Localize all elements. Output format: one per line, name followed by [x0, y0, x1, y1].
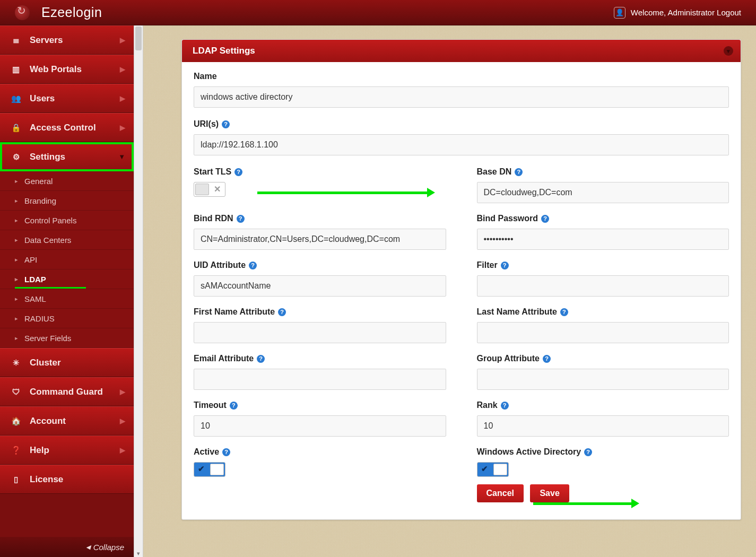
chevron-right-icon: ▶ — [120, 417, 125, 425]
help-icon[interactable]: ? — [515, 168, 523, 176]
nav-license[interactable]: ▯ License — [0, 465, 134, 494]
group-attr-input[interactable] — [477, 369, 729, 390]
label-filter: Filter — [477, 260, 498, 270]
help-icon[interactable]: ? — [541, 215, 549, 223]
panel-title: LDAP Settings — [193, 46, 255, 56]
help-icon[interactable]: ? — [230, 402, 238, 410]
sub-branding[interactable]: Branding — [0, 191, 134, 211]
label-first-name-attr: First Name Attribute — [194, 307, 275, 317]
nav-cluster[interactable]: ✳ Cluster — [0, 348, 134, 377]
save-button[interactable]: Save — [530, 484, 569, 502]
user-icon: 👤 — [614, 7, 625, 19]
label-group-attr: Group Attribute — [477, 354, 540, 363]
help-icon[interactable]: ? — [237, 215, 245, 223]
label-email-attr: Email Attribute — [194, 354, 254, 363]
collapse-icon: ◀ — [86, 544, 90, 551]
sub-label: RADIUS — [24, 314, 55, 323]
chevron-right-icon: ▶ — [120, 36, 125, 44]
sidebar-scrollbar[interactable]: ▴ ▾ — [134, 25, 143, 557]
label-win-ad: Windows Active Directory — [477, 447, 581, 457]
sub-label: LDAP — [24, 275, 46, 284]
panel-collapse-icon[interactable]: ▾ — [724, 46, 733, 56]
nav-label: Account — [30, 416, 66, 427]
help-icon[interactable]: ? — [249, 262, 257, 269]
users-icon: 👥 — [11, 94, 21, 103]
help-icon[interactable]: ? — [222, 120, 230, 128]
sub-control-panels[interactable]: Control Panels — [0, 211, 134, 230]
timeout-input[interactable] — [194, 415, 446, 437]
nav-access-control[interactable]: 🔒 Access Control ▶ — [0, 113, 134, 142]
chevron-right-icon: ▶ — [120, 65, 125, 73]
nav-servers[interactable]: ≣ Servers ▶ — [0, 25, 134, 55]
label-start-tls: Start TLS — [194, 167, 231, 177]
home-icon: 🏠 — [11, 416, 21, 426]
sub-label: General — [24, 177, 53, 186]
app-brand: Ezeelogin — [41, 5, 102, 20]
help-icon[interactable]: ? — [584, 448, 592, 456]
sub-general[interactable]: General — [0, 171, 134, 191]
first-name-attr-input[interactable] — [194, 322, 446, 343]
help-icon[interactable]: ? — [501, 402, 509, 410]
uris-input[interactable] — [194, 134, 729, 155]
nav-label: Servers — [30, 35, 63, 46]
last-name-attr-input[interactable] — [477, 322, 729, 343]
help-icon[interactable]: ? — [257, 355, 265, 363]
nav-label: Access Control — [30, 123, 96, 133]
main-content: LDAP Settings ▾ Name URI(s)? Start TLS? … — [143, 25, 756, 557]
nav-help[interactable]: ❓ Help ▶ — [0, 436, 134, 465]
scrollbar-thumb[interactable] — [135, 27, 142, 50]
sub-data-centers[interactable]: Data Centers — [0, 230, 134, 250]
active-toggle[interactable]: ✔ — [194, 462, 225, 477]
base-dn-input[interactable] — [477, 182, 729, 203]
ldap-settings-panel: LDAP Settings ▾ Name URI(s)? Start TLS? … — [181, 39, 741, 520]
scroll-down-icon: ▾ — [134, 550, 143, 557]
label-last-name-attr: Last Name Attribute — [477, 307, 557, 317]
nav-label: Command Guard — [30, 387, 103, 397]
sub-label: Branding — [24, 196, 56, 205]
label-bind-rdn: Bind RDN — [194, 214, 233, 223]
label-base-dn: Base DN — [477, 167, 512, 177]
name-input[interactable] — [194, 86, 729, 108]
uid-attr-input[interactable] — [194, 275, 446, 297]
label-bind-password: Bind Password — [477, 214, 538, 223]
nav-label: License — [30, 474, 63, 485]
win-ad-toggle[interactable]: ✔ — [477, 462, 509, 477]
welcome-text[interactable]: Welcome, Administrator Logout — [631, 8, 741, 17]
nav-label: Settings — [30, 152, 65, 162]
nav-account[interactable]: 🏠 Account ▶ — [0, 406, 134, 436]
chevron-right-icon: ▶ — [120, 94, 125, 102]
help-icon[interactable]: ? — [222, 448, 230, 456]
nav-users[interactable]: 👥 Users ▶ — [0, 84, 134, 113]
email-attr-input[interactable] — [194, 369, 446, 390]
sub-api[interactable]: API — [0, 250, 134, 269]
sub-server-fields[interactable]: Server Fields — [0, 328, 134, 348]
nav-web-portals[interactable]: ▥ Web Portals ▶ — [0, 55, 134, 84]
help-icon[interactable]: ? — [543, 355, 551, 363]
license-icon: ▯ — [11, 475, 21, 484]
help-icon[interactable]: ? — [234, 168, 242, 176]
bind-password-input[interactable] — [477, 229, 729, 250]
filter-input[interactable] — [477, 275, 729, 297]
lock-icon: 🔒 — [11, 123, 21, 133]
topbar: Ezeelogin 👤 Welcome, Administrator Logou… — [0, 0, 756, 25]
nav-command-guard[interactable]: 🛡 Command Guard ▶ — [0, 377, 134, 406]
nav-label: Users — [30, 93, 55, 104]
start-tls-toggle[interactable]: ✕ — [194, 182, 225, 197]
sub-ldap[interactable]: LDAP — [0, 269, 134, 289]
sub-label: Control Panels — [24, 216, 76, 225]
help-icon[interactable]: ? — [278, 308, 286, 316]
sub-saml[interactable]: SAML — [0, 289, 134, 309]
nav-settings[interactable]: ⚙ Settings ▼ — [0, 142, 134, 171]
label-rank: Rank — [477, 401, 498, 410]
collapse-sidebar[interactable]: ◀ Collapse — [0, 537, 134, 557]
help-icon[interactable]: ? — [560, 308, 568, 316]
cancel-button[interactable]: Cancel — [477, 484, 524, 502]
sub-radius[interactable]: RADIUS — [0, 309, 134, 328]
shield-icon: 🛡 — [11, 387, 21, 396]
collapse-label: Collapse — [93, 543, 124, 552]
help-icon[interactable]: ? — [501, 262, 509, 269]
chevron-right-icon: ▶ — [120, 388, 125, 396]
nav-label: Cluster — [30, 358, 61, 368]
rank-input[interactable] — [477, 415, 729, 437]
bind-rdn-input[interactable] — [194, 229, 446, 250]
